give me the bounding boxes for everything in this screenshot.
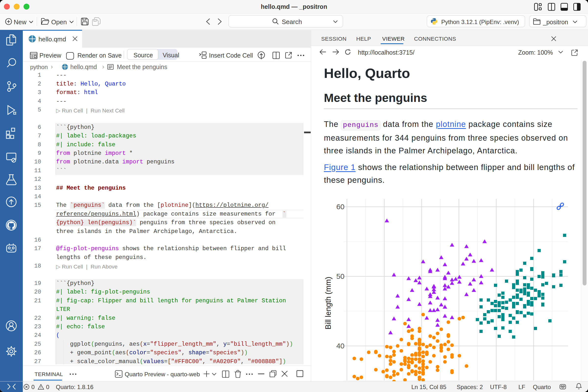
svg-text:40: 40 <box>336 342 344 350</box>
svg-text:50: 50 <box>336 272 344 280</box>
svg-text:Bill length (mm): Bill length (mm) <box>324 276 332 329</box>
svg-text:60: 60 <box>336 202 344 211</box>
